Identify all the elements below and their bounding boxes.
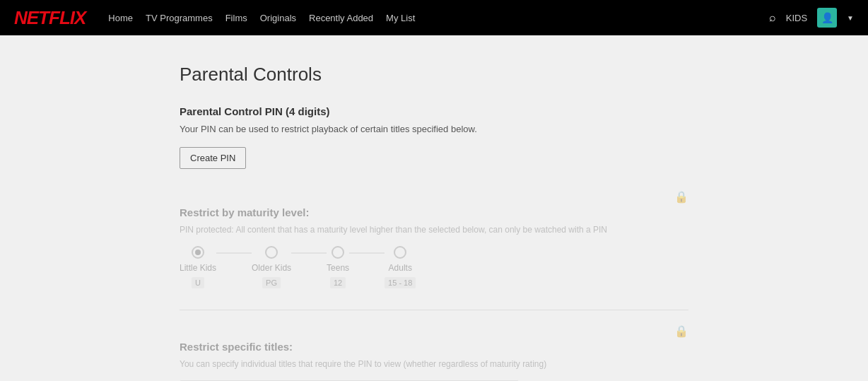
avatar[interactable]: 👤 xyxy=(817,8,837,28)
rating-badge-adults: 15 - 18 xyxy=(385,277,416,288)
specific-section-description: You can specify individual titles that r… xyxy=(180,358,688,370)
rating-badge-older-kids: PG xyxy=(262,277,281,288)
nav-links: Home TV Programmes Films Originals Recen… xyxy=(108,13,753,23)
radio-older-kids[interactable] xyxy=(265,246,278,259)
nav-home[interactable]: Home xyxy=(108,13,133,23)
netflix-logo: NETFLIX xyxy=(14,7,86,29)
nav-films[interactable]: Films xyxy=(225,13,247,23)
nav-recently-added[interactable]: Recently Added xyxy=(309,13,373,23)
rating-older-kids: Older Kids PG xyxy=(252,246,291,288)
rating-label-teens: Teens xyxy=(327,263,349,273)
lock-icon: 🔒 xyxy=(674,190,688,204)
rating-label-older-kids: Older Kids xyxy=(252,263,291,273)
pin-section-title: Parental Control PIN (4 digits) xyxy=(180,105,688,117)
connector-1 xyxy=(216,252,252,254)
ratings-row: Little Kids U Older Kids PG Teens 12 xyxy=(180,246,688,288)
profile-caret-icon[interactable]: ▼ xyxy=(847,14,854,22)
pin-section-description: Your PIN can be used to restrict playbac… xyxy=(180,123,688,136)
radio-adults[interactable] xyxy=(394,246,406,259)
section-divider xyxy=(180,310,688,310)
specific-titles-section: 🔒 Restrict specific titles: You can spec… xyxy=(180,324,688,381)
nav-right: ⌕ KIDS 👤 ▼ xyxy=(769,8,854,28)
main-content: Parental Controls Parental Control PIN (… xyxy=(165,35,703,381)
rating-adults: Adults 15 - 18 xyxy=(385,246,416,288)
maturity-section: 🔒 Restrict by maturity level: PIN protec… xyxy=(180,190,688,288)
nav-originals[interactable]: Originals xyxy=(260,13,296,23)
navbar: NETFLIX Home TV Programmes Films Origina… xyxy=(0,0,868,35)
nav-tv-programmes[interactable]: TV Programmes xyxy=(146,13,213,23)
radio-teens[interactable] xyxy=(332,246,344,259)
rating-little-kids: Little Kids U xyxy=(180,246,216,288)
create-pin-button[interactable]: Create PIN xyxy=(180,147,246,169)
radio-little-kids[interactable] xyxy=(192,246,204,259)
maturity-section-title: Restrict by maturity level: xyxy=(180,206,688,218)
nav-my-list[interactable]: My List xyxy=(386,13,415,23)
rating-badge-teens: 12 xyxy=(330,277,346,288)
lock-icon-2: 🔒 xyxy=(674,324,688,338)
pin-section: Parental Control PIN (4 digits) Your PIN… xyxy=(180,105,688,190)
radio-inner xyxy=(195,250,201,255)
maturity-section-description: PIN protected: All content that has a ma… xyxy=(180,224,688,236)
page-title: Parental Controls xyxy=(180,64,688,86)
connector-2 xyxy=(291,252,327,254)
kids-label[interactable]: KIDS xyxy=(786,13,807,23)
rating-badge-little-kids: U xyxy=(192,277,204,288)
specific-section-title: Restrict specific titles: xyxy=(180,341,688,353)
search-icon[interactable]: ⌕ xyxy=(769,11,776,24)
rating-label-little-kids: Little Kids xyxy=(180,263,216,273)
rating-teens: Teens 12 xyxy=(327,246,349,288)
rating-label-adults: Adults xyxy=(389,263,412,273)
connector-3 xyxy=(349,252,385,254)
